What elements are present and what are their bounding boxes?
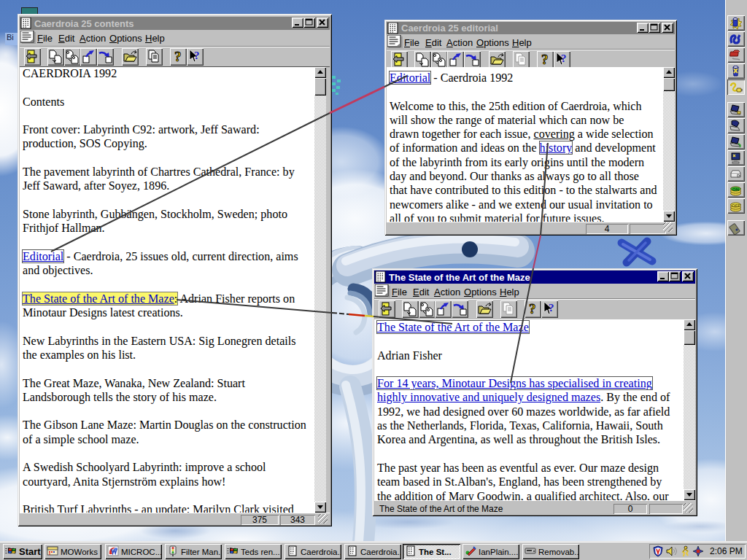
svg-text:?: ? [561, 52, 567, 64]
svg-text:OFF: OFF [732, 203, 740, 208]
svg-text:ON: ON [732, 187, 739, 192]
svg-text:?: ? [174, 49, 182, 64]
svg-text:?: ? [529, 301, 536, 316]
svg-text:?: ? [194, 50, 200, 61]
svg-text:?: ? [541, 52, 549, 67]
svg-text:?: ? [549, 302, 554, 314]
